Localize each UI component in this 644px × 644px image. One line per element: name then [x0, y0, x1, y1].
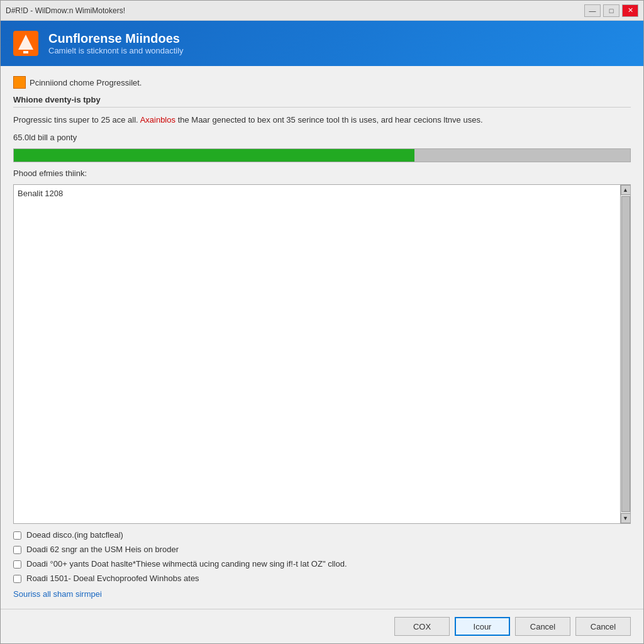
log-content: Benalit 1208 — [18, 189, 618, 198]
installer-icon — [13, 31, 38, 56]
checkbox-label-4: Roadi 1501- Doeal Evchoproofed Winhobs a… — [26, 574, 199, 583]
checkbox-group: Doead disco.(ing batcfleal) Doadi 62 sng… — [13, 530, 631, 583]
log-box[interactable]: Benalit 1208 ▲ ▼ — [13, 184, 631, 525]
description-rest: the Maar genected to bex ont 35 serince … — [178, 115, 483, 125]
checkbox-item-1[interactable]: Doead disco.(ing batcfleal) — [13, 530, 631, 540]
checkbox-label-2: Doadi 62 sngr an the USM Heis on broder — [26, 545, 179, 554]
close-button[interactable]: ✕ — [622, 4, 638, 17]
subsection-title: Whione dventy-is tpby — [13, 95, 631, 108]
log-label: Phood efmies thiink: — [13, 169, 631, 178]
header-subtitle: Camielt is sticknont is and wondactily — [48, 46, 184, 55]
icour-button[interactable]: Icour — [455, 617, 510, 636]
footer: COX Icour Cancel Cancel — [1, 609, 643, 643]
section-icon-label: Pcinniiond chome Progressilet. — [13, 76, 631, 89]
minimize-button[interactable]: — — [584, 4, 601, 17]
description-paragraph: Progressic tins super to 25 ace all. Axa… — [13, 114, 631, 126]
main-window: D#R!D - WilDmow:n WimiMotokers! — □ ✕ Cu… — [0, 0, 644, 644]
restore-button[interactable]: □ — [603, 4, 619, 17]
cancel-button-2[interactable]: Cancel — [575, 617, 631, 636]
checkbox-item-2[interactable]: Doadi 62 sngr an the USM Heis on broder — [13, 545, 631, 554]
checkbox-2[interactable] — [13, 546, 21, 554]
header-banner: Cunflorense Miindoes Camielt is sticknon… — [1, 21, 643, 66]
scroll-down-arrow[interactable]: ▼ — [621, 513, 631, 523]
header-text: Cunflorense Miindoes Camielt is sticknon… — [48, 31, 184, 55]
cancel-button-1[interactable]: Cancel — [515, 617, 570, 636]
scroll-thumb[interactable] — [621, 196, 630, 513]
content-area: Pcinniiond chome Progressilet. Whione dv… — [1, 66, 643, 609]
checkbox-1[interactable] — [13, 531, 21, 540]
checkbox-4[interactable] — [13, 575, 21, 583]
description-text: Progressic tins super to 25 ace all. — [13, 115, 138, 125]
title-bar: D#R!D - WilDmow:n WimiMotokers! — □ ✕ — [1, 1, 643, 21]
svg-rect-2 — [23, 51, 28, 53]
checkbox-item-4[interactable]: Roadi 1501- Doeal Evchoproofed Winhobs a… — [13, 574, 631, 583]
checkbox-label-3: Doadi °00+ yants Doat haslte*Thiese wihm… — [26, 559, 347, 569]
progress-bar-fill — [14, 149, 414, 162]
title-bar-controls: — □ ✕ — [584, 4, 638, 17]
log-scrollbar[interactable]: ▲ ▼ — [620, 185, 630, 524]
description-link[interactable]: Axainblos — [140, 115, 175, 125]
scroll-up-arrow[interactable]: ▲ — [621, 185, 631, 195]
section-icon — [13, 76, 26, 89]
header-title: Cunflorense Miindoes — [48, 31, 184, 46]
progress-bar-container — [13, 148, 631, 162]
bottom-link[interactable]: Souriss all sham sirmpei — [13, 589, 631, 599]
checkbox-label-1: Doead disco.(ing batcfleal) — [26, 530, 123, 540]
title-bar-text: D#R!D - WilDmow:n WimiMotokers! — [6, 6, 584, 15]
checkbox-item-3[interactable]: Doadi °00+ yants Doat haslte*Thiese wihm… — [13, 559, 631, 569]
progress-label: 65.0ld bill a ponty — [13, 133, 631, 142]
checkbox-3[interactable] — [13, 560, 21, 569]
section-label-text: Pcinniiond chome Progressilet. — [30, 78, 142, 87]
cox-button[interactable]: COX — [394, 617, 450, 636]
